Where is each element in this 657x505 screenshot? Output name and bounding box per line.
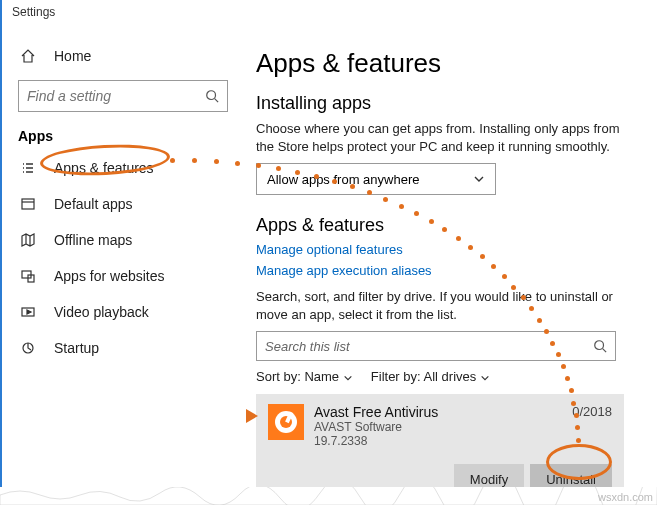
app-publisher: AVAST Software bbox=[314, 420, 438, 434]
svg-rect-1 bbox=[22, 199, 34, 209]
link-optional-features[interactable]: Manage optional features bbox=[256, 242, 637, 257]
sidebar-item-video-playback[interactable]: Video playback bbox=[2, 294, 238, 330]
map-icon bbox=[18, 232, 38, 248]
sidebar-item-label: Video playback bbox=[54, 304, 149, 320]
sidebar-item-label: Apps for websites bbox=[54, 268, 165, 284]
search-icon bbox=[593, 339, 607, 353]
chevron-down-icon bbox=[473, 173, 485, 185]
installing-apps-heading: Installing apps bbox=[256, 93, 637, 114]
sort-select[interactable]: Name bbox=[304, 369, 352, 384]
sidebar-item-label: Apps & features bbox=[54, 160, 154, 176]
filter-label: Filter by: bbox=[371, 369, 421, 384]
sidebar-item-label: Default apps bbox=[54, 196, 133, 212]
torn-edge bbox=[0, 487, 657, 505]
sidebar-item-label: Startup bbox=[54, 340, 99, 356]
window-title: Settings bbox=[2, 0, 657, 30]
svg-point-0 bbox=[207, 91, 216, 100]
sidebar-item-apps-features[interactable]: Apps & features bbox=[2, 150, 238, 186]
sidebar-item-default-apps[interactable]: Default apps bbox=[2, 186, 238, 222]
app-version: 19.7.2338 bbox=[314, 434, 438, 448]
search-setting-input[interactable] bbox=[27, 88, 205, 104]
search-icon bbox=[205, 89, 219, 103]
search-apps-placeholder: Search this list bbox=[265, 339, 350, 354]
app-icon bbox=[268, 404, 304, 440]
apps-websites-icon bbox=[18, 268, 38, 284]
sidebar-section: Apps bbox=[2, 122, 238, 150]
svg-point-6 bbox=[595, 341, 604, 350]
list-icon bbox=[18, 160, 38, 176]
page-title: Apps & features bbox=[256, 48, 637, 79]
app-name: Avast Free Antivirus bbox=[314, 404, 438, 420]
sidebar-home-label: Home bbox=[54, 48, 91, 64]
link-execution-aliases[interactable]: Manage app execution aliases bbox=[256, 263, 637, 278]
sidebar-item-label: Offline maps bbox=[54, 232, 132, 248]
sort-label: Sort by: bbox=[256, 369, 301, 384]
search-setting[interactable] bbox=[18, 80, 228, 112]
sidebar-item-apps-websites[interactable]: Apps for websites bbox=[2, 258, 238, 294]
apps-features-heading: Apps & features bbox=[256, 215, 637, 236]
watermark: wsxdn.com bbox=[598, 491, 653, 503]
startup-icon bbox=[18, 340, 38, 356]
sidebar: Home Apps Apps & features Default apps bbox=[2, 30, 238, 505]
installing-apps-desc: Choose where you can get apps from. Inst… bbox=[256, 120, 637, 155]
install-source-value: Allow apps from anywhere bbox=[267, 172, 419, 187]
filter-select[interactable]: All drives bbox=[424, 369, 490, 384]
sidebar-item-offline-maps[interactable]: Offline maps bbox=[2, 222, 238, 258]
home-icon bbox=[18, 48, 38, 64]
search-apps[interactable]: Search this list bbox=[256, 331, 616, 361]
default-apps-icon bbox=[18, 196, 38, 212]
pointer-arrow-icon bbox=[246, 409, 258, 423]
sidebar-home[interactable]: Home bbox=[2, 38, 238, 74]
filter-desc: Search, sort, and filter by drive. If yo… bbox=[256, 288, 637, 323]
sidebar-item-startup[interactable]: Startup bbox=[2, 330, 238, 366]
video-icon bbox=[18, 304, 38, 320]
sort-filter-bar: Sort by: Name Filter by: All drives bbox=[256, 369, 637, 384]
main-panel: Apps & features Installing apps Choose w… bbox=[238, 30, 657, 505]
install-source-select[interactable]: Allow apps from anywhere bbox=[256, 163, 496, 195]
